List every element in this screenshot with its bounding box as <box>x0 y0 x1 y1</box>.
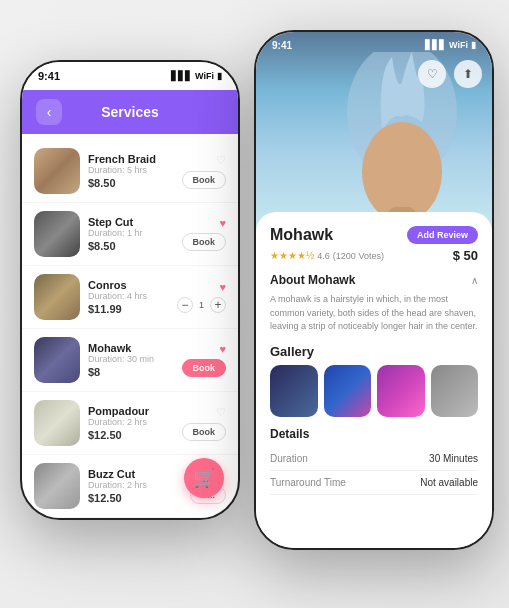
about-description: A mohawk is a hairstyle in which, in the… <box>270 293 478 334</box>
conros-heart[interactable]: ♥ <box>219 281 226 293</box>
step-cut-duration: Duration: 1 hr <box>88 228 174 238</box>
turnaround-label: Turnaround Time <box>270 477 346 488</box>
duration-label: Duration <box>270 453 308 464</box>
left-status-bar: 9:41 ▋▋▋ WiFi ▮ <box>22 62 238 90</box>
detail-sheet: Mohawk Add Review ★★★★½ 4.6 (1200 Votes)… <box>256 212 492 550</box>
french-braid-name: French Braid <box>88 153 174 165</box>
cart-fab-button[interactable]: 🛒 <box>184 458 224 498</box>
step-cut-heart[interactable]: ♥ <box>219 217 226 229</box>
details-section: Details Duration 30 Minutes Turnaround T… <box>270 427 478 495</box>
heart-icon: ♡ <box>427 67 438 81</box>
add-review-button[interactable]: Add Review <box>407 226 478 244</box>
pompadour-price: $12.50 <box>88 429 174 441</box>
gallery-section: Gallery <box>270 344 478 417</box>
hero-actions: ♡ ⬆ <box>418 60 482 88</box>
step-cut-actions: ♥ Book <box>182 217 227 251</box>
hero-heart-button[interactable]: ♡ <box>418 60 446 88</box>
service-item-step-cut: Step Cut Duration: 1 hr $8.50 ♥ Book <box>22 203 238 266</box>
right-status-bar: 9:41 ▋▋▋ WiFi ▮ <box>256 32 492 58</box>
left-status-icons: ▋▋▋ WiFi ▮ <box>171 71 222 81</box>
mohawk-info: Mohawk Duration: 30 min $8 <box>88 342 174 378</box>
cart-icon: 🛒 <box>193 467 215 489</box>
french-braid-info: French Braid Duration: 5 hrs $8.50 <box>88 153 174 189</box>
pompadour-info: Pompadour Duration: 2 hrs $12.50 <box>88 405 174 441</box>
about-title: About Mohawk <box>270 273 355 287</box>
details-title: Details <box>270 427 478 441</box>
gallery-thumb-3[interactable] <box>377 365 425 417</box>
gallery-thumb-1[interactable] <box>270 365 318 417</box>
page-title: Services <box>101 104 159 120</box>
conros-price: $11.99 <box>88 303 169 315</box>
french-braid-book-btn[interactable]: Book <box>182 171 227 189</box>
conros-name: Conros <box>88 279 169 291</box>
detail-row-duration: Duration 30 Minutes <box>270 447 478 471</box>
wifi-icon: WiFi <box>195 71 214 81</box>
conros-info: Conros Duration: 4 hrs $11.99 <box>88 279 169 315</box>
step-cut-image <box>34 211 80 257</box>
step-cut-name: Step Cut <box>88 216 174 228</box>
mohawk-image <box>34 337 80 383</box>
detail-header: Mohawk Add Review <box>270 226 478 244</box>
hero-share-button[interactable]: ⬆ <box>454 60 482 88</box>
buzz-cut-price: $12.50 <box>88 492 182 504</box>
pompadour-name: Pompadour <box>88 405 174 417</box>
step-cut-price: $8.50 <box>88 240 174 252</box>
battery-icon: ▮ <box>217 71 222 81</box>
mohawk-name: Mohawk <box>88 342 174 354</box>
conros-qty-control: − 1 + <box>177 297 226 313</box>
mohawk-duration: Duration: 30 min <box>88 354 174 364</box>
mohawk-price: $8 <box>88 366 174 378</box>
turnaround-value: Not available <box>420 477 478 488</box>
signal-icon: ▋▋▋ <box>171 71 192 81</box>
conros-qty-minus[interactable]: − <box>177 297 193 313</box>
buzz-cut-info: Buzz Cut Duration: 2 hrs $12.50 <box>88 468 182 504</box>
share-icon: ⬆ <box>463 67 473 81</box>
about-section-header: About Mohawk ∧ <box>270 273 478 287</box>
gallery-row <box>270 365 478 417</box>
services-header: ‹ Services <box>22 90 238 134</box>
rating-count: (1200 Votes) <box>333 251 384 261</box>
left-phone: 9:41 ▋▋▋ WiFi ▮ ‹ Services French Braid … <box>20 60 240 520</box>
service-item-conros: Conros Duration: 4 hrs $11.99 ♥ − 1 + <box>22 266 238 329</box>
gallery-header: Gallery <box>270 344 478 359</box>
gallery-title: Gallery <box>270 344 314 359</box>
pompadour-duration: Duration: 2 hrs <box>88 417 174 427</box>
pompadour-actions: ♡ Book <box>182 406 227 441</box>
right-signal-icon: ▋▋▋ <box>425 40 446 50</box>
right-wifi-icon: WiFi <box>449 40 468 50</box>
mohawk-heart[interactable]: ♥ <box>219 343 226 355</box>
pompadour-image <box>34 400 80 446</box>
gallery-thumb-2[interactable] <box>324 365 372 417</box>
rating-group: ★★★★½ 4.6 (1200 Votes) <box>270 250 384 261</box>
service-item-pompadour: Pompadour Duration: 2 hrs $12.50 ♡ Book <box>22 392 238 455</box>
french-braid-price: $8.50 <box>88 177 174 189</box>
right-phone: 9:41 ▋▋▋ WiFi ▮ ♡ ⬆ <box>254 30 494 550</box>
gallery-thumb-4[interactable] <box>431 365 479 417</box>
french-braid-heart[interactable]: ♡ <box>216 154 226 167</box>
pompadour-book-btn[interactable]: Book <box>182 423 227 441</box>
conros-qty-value: 1 <box>199 300 204 310</box>
mohawk-book-btn[interactable]: Book <box>182 359 227 377</box>
rating-row: ★★★★½ 4.6 (1200 Votes) $ 50 <box>270 248 478 263</box>
pompadour-heart[interactable]: ♡ <box>216 406 226 419</box>
conros-actions: ♥ − 1 + <box>177 281 226 313</box>
back-button[interactable]: ‹ <box>36 99 62 125</box>
hero-image: 9:41 ▋▋▋ WiFi ▮ ♡ ⬆ <box>256 32 492 232</box>
buzz-cut-name: Buzz Cut <box>88 468 182 480</box>
conros-image <box>34 274 80 320</box>
conros-qty-plus[interactable]: + <box>210 297 226 313</box>
step-cut-info: Step Cut Duration: 1 hr $8.50 <box>88 216 174 252</box>
right-time: 9:41 <box>272 40 292 51</box>
collapse-icon[interactable]: ∧ <box>471 275 478 286</box>
french-braid-actions: ♡ Book <box>182 154 227 189</box>
right-battery-icon: ▮ <box>471 40 476 50</box>
mohawk-actions: ♥ Book <box>182 343 227 377</box>
left-time: 9:41 <box>38 70 60 82</box>
french-braid-duration: Duration: 5 hrs <box>88 165 174 175</box>
buzz-cut-image <box>34 463 80 509</box>
conros-duration: Duration: 4 hrs <box>88 291 169 301</box>
step-cut-book-btn[interactable]: Book <box>182 233 227 251</box>
duration-value: 30 Minutes <box>429 453 478 464</box>
rating-value: 4.6 <box>317 251 330 261</box>
mohawk-detail-title: Mohawk <box>270 226 333 244</box>
